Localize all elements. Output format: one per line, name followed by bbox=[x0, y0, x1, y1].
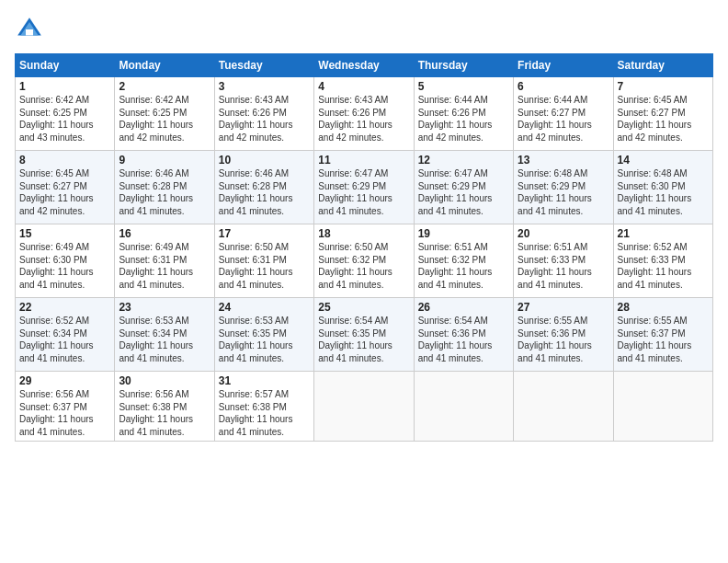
day-info: Sunrise: 6:43 AMSunset: 6:26 PMDaylight:… bbox=[219, 94, 310, 144]
day-number: 19 bbox=[418, 227, 509, 240]
calendar-cell bbox=[613, 372, 712, 442]
day-info: Sunrise: 6:49 AMSunset: 6:31 PMDaylight:… bbox=[119, 241, 210, 291]
calendar-cell: 13Sunrise: 6:48 AMSunset: 6:29 PMDayligh… bbox=[514, 151, 613, 224]
calendar-cell: 20Sunrise: 6:51 AMSunset: 6:33 PMDayligh… bbox=[514, 224, 613, 298]
day-number: 6 bbox=[518, 80, 609, 93]
calendar-cell: 9Sunrise: 6:46 AMSunset: 6:28 PMDaylight… bbox=[115, 151, 214, 224]
day-number: 4 bbox=[318, 80, 409, 93]
day-info: Sunrise: 6:50 AMSunset: 6:31 PMDaylight:… bbox=[219, 241, 310, 291]
calendar-cell: 1Sunrise: 6:42 AMSunset: 6:25 PMDaylight… bbox=[16, 77, 115, 151]
calendar-week-row: 29Sunrise: 6:56 AMSunset: 6:37 PMDayligh… bbox=[16, 372, 713, 442]
svg-rect-2 bbox=[26, 29, 33, 35]
calendar-cell: 10Sunrise: 6:46 AMSunset: 6:28 PMDayligh… bbox=[214, 151, 313, 224]
day-number: 7 bbox=[618, 80, 709, 93]
day-number: 25 bbox=[318, 301, 409, 314]
calendar-cell: 16Sunrise: 6:49 AMSunset: 6:31 PMDayligh… bbox=[115, 224, 214, 298]
day-number: 13 bbox=[518, 154, 609, 167]
calendar-header-sunday: Sunday bbox=[16, 54, 115, 77]
day-info: Sunrise: 6:50 AMSunset: 6:32 PMDaylight:… bbox=[318, 241, 409, 291]
calendar-cell: 6Sunrise: 6:44 AMSunset: 6:27 PMDaylight… bbox=[514, 77, 613, 151]
day-info: Sunrise: 6:56 AMSunset: 6:38 PMDaylight:… bbox=[119, 388, 210, 438]
day-number: 18 bbox=[318, 227, 409, 240]
day-info: Sunrise: 6:44 AMSunset: 6:26 PMDaylight:… bbox=[418, 94, 509, 144]
day-number: 16 bbox=[119, 227, 210, 240]
day-info: Sunrise: 6:42 AMSunset: 6:25 PMDaylight:… bbox=[119, 94, 210, 144]
day-number: 30 bbox=[119, 374, 210, 387]
calendar-cell: 31Sunrise: 6:57 AMSunset: 6:38 PMDayligh… bbox=[214, 372, 313, 442]
day-info: Sunrise: 6:54 AMSunset: 6:35 PMDaylight:… bbox=[318, 315, 409, 364]
day-number: 22 bbox=[19, 301, 110, 314]
calendar-header-wednesday: Wednesday bbox=[314, 54, 414, 77]
day-number: 26 bbox=[418, 301, 509, 314]
calendar-cell: 17Sunrise: 6:50 AMSunset: 6:31 PMDayligh… bbox=[214, 224, 313, 298]
day-info: Sunrise: 6:52 AMSunset: 6:33 PMDaylight:… bbox=[618, 241, 709, 291]
calendar-cell bbox=[514, 372, 613, 442]
day-number: 29 bbox=[19, 374, 110, 387]
day-info: Sunrise: 6:48 AMSunset: 6:30 PMDaylight:… bbox=[618, 167, 709, 217]
page: SundayMondayTuesdayWednesdayThursdayFrid… bbox=[0, 0, 728, 563]
day-info: Sunrise: 6:47 AMSunset: 6:29 PMDaylight:… bbox=[418, 167, 509, 217]
calendar-header-friday: Friday bbox=[514, 54, 613, 77]
calendar-cell: 21Sunrise: 6:52 AMSunset: 6:33 PMDayligh… bbox=[613, 224, 712, 298]
calendar-header-tuesday: Tuesday bbox=[214, 54, 313, 77]
logo bbox=[15, 15, 48, 44]
calendar-cell: 18Sunrise: 6:50 AMSunset: 6:32 PMDayligh… bbox=[314, 224, 414, 298]
day-info: Sunrise: 6:55 AMSunset: 6:36 PMDaylight:… bbox=[518, 315, 609, 364]
day-info: Sunrise: 6:55 AMSunset: 6:37 PMDaylight:… bbox=[618, 315, 709, 364]
day-number: 20 bbox=[518, 227, 609, 240]
calendar-header-thursday: Thursday bbox=[414, 54, 513, 77]
calendar-cell bbox=[414, 372, 513, 442]
day-info: Sunrise: 6:49 AMSunset: 6:30 PMDaylight:… bbox=[19, 241, 110, 291]
day-info: Sunrise: 6:52 AMSunset: 6:34 PMDaylight:… bbox=[19, 315, 110, 364]
calendar-cell: 12Sunrise: 6:47 AMSunset: 6:29 PMDayligh… bbox=[414, 151, 513, 224]
calendar-header-row: SundayMondayTuesdayWednesdayThursdayFrid… bbox=[16, 54, 713, 77]
day-number: 15 bbox=[19, 227, 110, 240]
day-info: Sunrise: 6:53 AMSunset: 6:35 PMDaylight:… bbox=[219, 315, 310, 364]
day-info: Sunrise: 6:45 AMSunset: 6:27 PMDaylight:… bbox=[618, 94, 709, 144]
day-info: Sunrise: 6:56 AMSunset: 6:37 PMDaylight:… bbox=[19, 388, 110, 438]
calendar-week-row: 22Sunrise: 6:52 AMSunset: 6:34 PMDayligh… bbox=[16, 298, 713, 372]
calendar-cell: 5Sunrise: 6:44 AMSunset: 6:26 PMDaylight… bbox=[414, 77, 513, 151]
day-info: Sunrise: 6:48 AMSunset: 6:29 PMDaylight:… bbox=[518, 167, 609, 217]
calendar-cell: 30Sunrise: 6:56 AMSunset: 6:38 PMDayligh… bbox=[115, 372, 214, 442]
day-info: Sunrise: 6:43 AMSunset: 6:26 PMDaylight:… bbox=[318, 94, 409, 144]
day-number: 24 bbox=[219, 301, 310, 314]
day-number: 10 bbox=[219, 154, 310, 167]
day-number: 5 bbox=[418, 80, 509, 93]
calendar-header-saturday: Saturday bbox=[613, 54, 712, 77]
day-info: Sunrise: 6:46 AMSunset: 6:28 PMDaylight:… bbox=[119, 167, 210, 217]
day-number: 9 bbox=[119, 154, 210, 167]
day-info: Sunrise: 6:51 AMSunset: 6:32 PMDaylight:… bbox=[418, 241, 509, 291]
day-number: 1 bbox=[19, 80, 110, 93]
day-number: 14 bbox=[618, 154, 709, 167]
calendar-cell: 28Sunrise: 6:55 AMSunset: 6:37 PMDayligh… bbox=[613, 298, 712, 372]
day-info: Sunrise: 6:53 AMSunset: 6:34 PMDaylight:… bbox=[119, 315, 210, 364]
day-number: 11 bbox=[318, 154, 409, 167]
day-number: 31 bbox=[219, 374, 310, 387]
calendar-cell bbox=[314, 372, 414, 442]
calendar-cell: 2Sunrise: 6:42 AMSunset: 6:25 PMDaylight… bbox=[115, 77, 214, 151]
calendar-cell: 29Sunrise: 6:56 AMSunset: 6:37 PMDayligh… bbox=[16, 372, 115, 442]
day-number: 17 bbox=[219, 227, 310, 240]
day-info: Sunrise: 6:51 AMSunset: 6:33 PMDaylight:… bbox=[518, 241, 609, 291]
calendar-header-monday: Monday bbox=[115, 54, 214, 77]
calendar-cell: 23Sunrise: 6:53 AMSunset: 6:34 PMDayligh… bbox=[115, 298, 214, 372]
day-number: 2 bbox=[119, 80, 210, 93]
day-info: Sunrise: 6:47 AMSunset: 6:29 PMDaylight:… bbox=[318, 167, 409, 217]
calendar-cell: 7Sunrise: 6:45 AMSunset: 6:27 PMDaylight… bbox=[613, 77, 712, 151]
day-info: Sunrise: 6:46 AMSunset: 6:28 PMDaylight:… bbox=[219, 167, 310, 217]
calendar-week-row: 1Sunrise: 6:42 AMSunset: 6:25 PMDaylight… bbox=[16, 77, 713, 151]
day-info: Sunrise: 6:54 AMSunset: 6:36 PMDaylight:… bbox=[418, 315, 509, 364]
calendar-cell: 15Sunrise: 6:49 AMSunset: 6:30 PMDayligh… bbox=[16, 224, 115, 298]
logo-icon bbox=[15, 15, 44, 44]
calendar-cell: 3Sunrise: 6:43 AMSunset: 6:26 PMDaylight… bbox=[214, 77, 313, 151]
calendar-cell: 14Sunrise: 6:48 AMSunset: 6:30 PMDayligh… bbox=[613, 151, 712, 224]
calendar-cell: 25Sunrise: 6:54 AMSunset: 6:35 PMDayligh… bbox=[314, 298, 414, 372]
day-number: 27 bbox=[518, 301, 609, 314]
calendar-cell: 8Sunrise: 6:45 AMSunset: 6:27 PMDaylight… bbox=[16, 151, 115, 224]
day-number: 8 bbox=[19, 154, 110, 167]
calendar-cell: 22Sunrise: 6:52 AMSunset: 6:34 PMDayligh… bbox=[16, 298, 115, 372]
day-number: 21 bbox=[618, 227, 709, 240]
calendar-week-row: 15Sunrise: 6:49 AMSunset: 6:30 PMDayligh… bbox=[16, 224, 713, 298]
calendar-cell: 11Sunrise: 6:47 AMSunset: 6:29 PMDayligh… bbox=[314, 151, 414, 224]
